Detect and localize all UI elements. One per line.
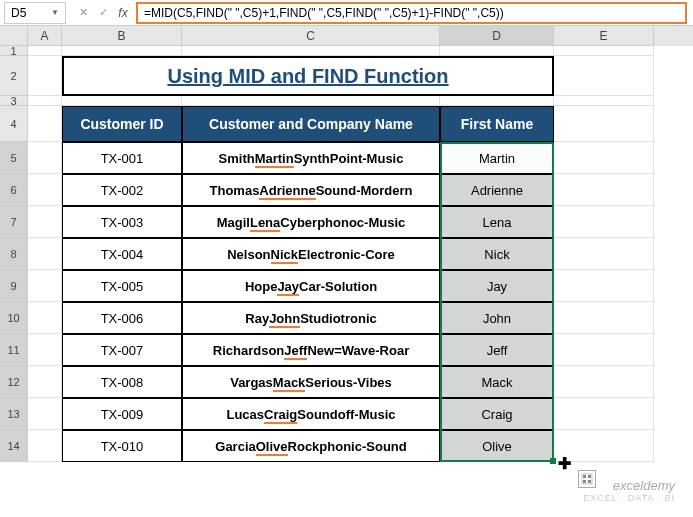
column-headers: A B C D E [0,26,693,46]
formula-text: =MID(C5,FIND(" ",C5)+1,FIND(" ",C5,FIND(… [144,6,504,20]
autofill-options-icon[interactable] [578,470,596,488]
table-row: 5TX-001Smith Martin SynthPoint-MusicMart… [0,142,693,174]
cell[interactable] [28,238,62,270]
cell[interactable] [554,206,654,238]
cell-first-name[interactable]: Jeff [440,334,554,366]
cell[interactable] [554,334,654,366]
formula-input[interactable]: =MID(C5,FIND(" ",C5)+1,FIND(" ",C5,FIND(… [136,2,687,24]
row-header[interactable]: 7 [0,206,28,238]
cell-customer-company[interactable]: Ray John Studiotronic [182,302,440,334]
header-customer-company[interactable]: Customer and Company Name [182,106,440,142]
col-header-e[interactable]: E [554,26,654,46]
cell-customer-id[interactable]: TX-002 [62,174,182,206]
cell-customer-id[interactable]: TX-003 [62,206,182,238]
cell-customer-company[interactable]: Thomas Adrienne Sound-Mordern [182,174,440,206]
cell[interactable] [28,142,62,174]
cell[interactable] [554,238,654,270]
cell[interactable] [28,96,62,106]
cell-customer-company[interactable]: Hope Jay Car-Solution [182,270,440,302]
cell-first-name[interactable]: Olive [440,430,554,462]
cell-customer-id[interactable]: TX-007 [62,334,182,366]
col-header-d[interactable]: D [440,26,554,46]
cell[interactable] [554,398,654,430]
col-header-b[interactable]: B [62,26,182,46]
cell[interactable] [28,398,62,430]
cell-customer-id[interactable]: TX-010 [62,430,182,462]
cell[interactable] [28,174,62,206]
cell-customer-company[interactable]: Garcia Olive Rockphonic-Sound [182,430,440,462]
cell[interactable] [28,270,62,302]
cell-customer-company[interactable]: Lucas Craig Soundoff-Music [182,398,440,430]
cell[interactable] [554,106,654,142]
row-header[interactable]: 8 [0,238,28,270]
cell[interactable] [28,366,62,398]
select-all-corner[interactable] [0,26,28,46]
row-header[interactable]: 9 [0,270,28,302]
row-header[interactable]: 1 [0,46,28,56]
table-title[interactable]: Using MID and FIND Function [62,56,554,96]
row-header[interactable]: 14 [0,430,28,462]
row-header[interactable]: 12 [0,366,28,398]
cell-first-name[interactable]: Jay [440,270,554,302]
cell-customer-company[interactable]: Richardson Jeff New=Wave-Roar [182,334,440,366]
cell-customer-id[interactable]: TX-001 [62,142,182,174]
enter-icon[interactable]: ✓ [94,4,112,22]
cell-first-name[interactable]: Adrienne [440,174,554,206]
name-box[interactable]: D5 ▼ [4,2,66,24]
header-customer-id[interactable]: Customer ID [62,106,182,142]
cell[interactable] [28,334,62,366]
fx-icon[interactable]: fx [114,4,132,22]
col-header-a[interactable]: A [28,26,62,46]
cell[interactable] [28,206,62,238]
cell-customer-id[interactable]: TX-006 [62,302,182,334]
cell-first-name[interactable]: Martin [440,142,554,174]
row-header[interactable]: 13 [0,398,28,430]
cell[interactable] [28,56,62,96]
cell[interactable] [28,46,62,56]
row-header[interactable]: 11 [0,334,28,366]
cell-customer-id[interactable]: TX-009 [62,398,182,430]
row-header[interactable]: 3 [0,96,28,106]
col-header-c[interactable]: C [182,26,440,46]
row-header[interactable]: 2 [0,56,28,96]
cell-first-name[interactable]: Mack [440,366,554,398]
cell-customer-company[interactable]: Vargas Mack Serious-Vibes [182,366,440,398]
row-header[interactable]: 6 [0,174,28,206]
cell[interactable] [62,46,182,56]
cell-first-name[interactable]: Nick [440,238,554,270]
cell[interactable] [554,174,654,206]
cell-first-name[interactable]: Craig [440,398,554,430]
row-header[interactable]: 4 [0,106,28,142]
cell[interactable] [554,142,654,174]
cell[interactable] [440,96,554,106]
cell[interactable] [554,56,654,96]
cell[interactable] [62,96,182,106]
cell[interactable] [554,46,654,56]
cell-first-name[interactable]: Lena [440,206,554,238]
cell[interactable] [182,46,440,56]
cell[interactable] [554,302,654,334]
cell-customer-id[interactable]: TX-008 [62,366,182,398]
cell[interactable] [182,96,440,106]
cell[interactable] [28,302,62,334]
cell-customer-id[interactable]: TX-004 [62,238,182,270]
cell[interactable] [554,270,654,302]
row-header[interactable]: 10 [0,302,28,334]
header-first-name[interactable]: First Name [440,106,554,142]
cell[interactable] [554,366,654,398]
cell-customer-id[interactable]: TX-005 [62,270,182,302]
chevron-down-icon[interactable]: ▼ [51,8,59,17]
cell-customer-company[interactable]: Magil Lena Cyberphonoc-Music [182,206,440,238]
svg-rect-2 [588,475,591,478]
cell[interactable] [440,46,554,56]
table-row: 11TX-007Richardson Jeff New=Wave-RoarJef… [0,334,693,366]
cancel-icon[interactable]: ✕ [74,4,92,22]
highlighted-name: Olive [256,439,288,454]
cell[interactable] [28,430,62,462]
cell[interactable] [28,106,62,142]
row-header[interactable]: 5 [0,142,28,174]
cell-customer-company[interactable]: Smith Martin SynthPoint-Music [182,142,440,174]
cell-first-name[interactable]: John [440,302,554,334]
cell[interactable] [554,96,654,106]
cell-customer-company[interactable]: Nelson Nick Electronic-Core [182,238,440,270]
